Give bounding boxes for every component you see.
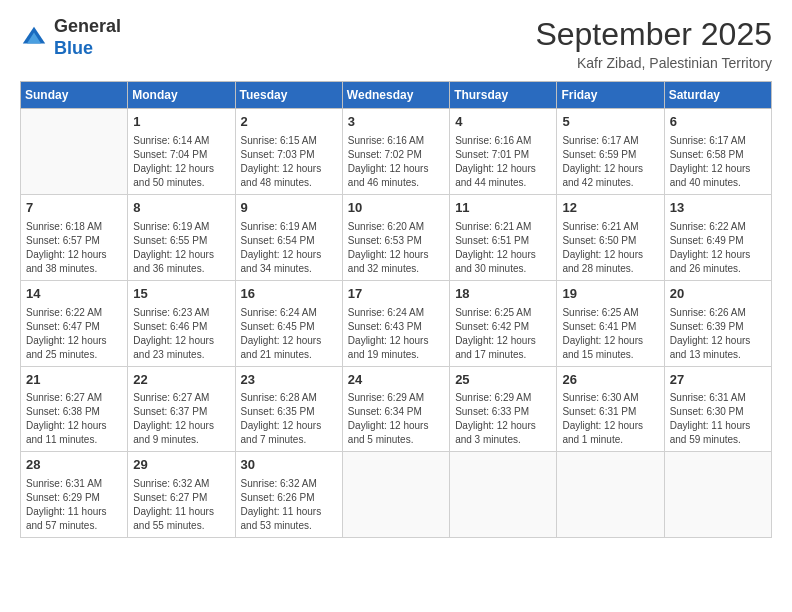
day-number: 18 xyxy=(455,285,551,304)
weekday-tuesday: Tuesday xyxy=(235,82,342,109)
logo-blue: Blue xyxy=(54,38,93,58)
day-cell xyxy=(664,452,771,538)
day-number: 13 xyxy=(670,199,766,218)
day-cell: 20Sunrise: 6:26 AM Sunset: 6:39 PM Dayli… xyxy=(664,280,771,366)
title-area: September 2025 Kafr Zibad, Palestinian T… xyxy=(535,16,772,71)
day-info: Sunrise: 6:16 AM Sunset: 7:01 PM Dayligh… xyxy=(455,134,551,190)
day-number: 25 xyxy=(455,371,551,390)
day-cell: 10Sunrise: 6:20 AM Sunset: 6:53 PM Dayli… xyxy=(342,194,449,280)
day-info: Sunrise: 6:25 AM Sunset: 6:41 PM Dayligh… xyxy=(562,306,658,362)
day-info: Sunrise: 6:19 AM Sunset: 6:55 PM Dayligh… xyxy=(133,220,229,276)
day-number: 16 xyxy=(241,285,337,304)
day-cell: 17Sunrise: 6:24 AM Sunset: 6:43 PM Dayli… xyxy=(342,280,449,366)
day-cell: 21Sunrise: 6:27 AM Sunset: 6:38 PM Dayli… xyxy=(21,366,128,452)
day-number: 4 xyxy=(455,113,551,132)
day-info: Sunrise: 6:28 AM Sunset: 6:35 PM Dayligh… xyxy=(241,391,337,447)
day-cell: 15Sunrise: 6:23 AM Sunset: 6:46 PM Dayli… xyxy=(128,280,235,366)
day-number: 28 xyxy=(26,456,122,475)
day-cell: 22Sunrise: 6:27 AM Sunset: 6:37 PM Dayli… xyxy=(128,366,235,452)
day-number: 12 xyxy=(562,199,658,218)
day-number: 21 xyxy=(26,371,122,390)
day-info: Sunrise: 6:24 AM Sunset: 6:43 PM Dayligh… xyxy=(348,306,444,362)
week-row-4: 21Sunrise: 6:27 AM Sunset: 6:38 PM Dayli… xyxy=(21,366,772,452)
day-cell: 3Sunrise: 6:16 AM Sunset: 7:02 PM Daylig… xyxy=(342,109,449,195)
day-cell: 13Sunrise: 6:22 AM Sunset: 6:49 PM Dayli… xyxy=(664,194,771,280)
day-number: 1 xyxy=(133,113,229,132)
day-number: 14 xyxy=(26,285,122,304)
day-number: 26 xyxy=(562,371,658,390)
day-info: Sunrise: 6:32 AM Sunset: 6:26 PM Dayligh… xyxy=(241,477,337,533)
day-cell: 28Sunrise: 6:31 AM Sunset: 6:29 PM Dayli… xyxy=(21,452,128,538)
day-info: Sunrise: 6:31 AM Sunset: 6:30 PM Dayligh… xyxy=(670,391,766,447)
day-info: Sunrise: 6:24 AM Sunset: 6:45 PM Dayligh… xyxy=(241,306,337,362)
weekday-friday: Friday xyxy=(557,82,664,109)
logo-general: General xyxy=(54,16,121,36)
day-cell: 29Sunrise: 6:32 AM Sunset: 6:27 PM Dayli… xyxy=(128,452,235,538)
day-info: Sunrise: 6:14 AM Sunset: 7:04 PM Dayligh… xyxy=(133,134,229,190)
day-cell: 4Sunrise: 6:16 AM Sunset: 7:01 PM Daylig… xyxy=(450,109,557,195)
day-info: Sunrise: 6:17 AM Sunset: 6:58 PM Dayligh… xyxy=(670,134,766,190)
day-number: 23 xyxy=(241,371,337,390)
weekday-saturday: Saturday xyxy=(664,82,771,109)
day-cell xyxy=(21,109,128,195)
day-cell: 16Sunrise: 6:24 AM Sunset: 6:45 PM Dayli… xyxy=(235,280,342,366)
day-info: Sunrise: 6:22 AM Sunset: 6:47 PM Dayligh… xyxy=(26,306,122,362)
day-info: Sunrise: 6:26 AM Sunset: 6:39 PM Dayligh… xyxy=(670,306,766,362)
day-cell: 9Sunrise: 6:19 AM Sunset: 6:54 PM Daylig… xyxy=(235,194,342,280)
day-info: Sunrise: 6:21 AM Sunset: 6:50 PM Dayligh… xyxy=(562,220,658,276)
day-cell: 5Sunrise: 6:17 AM Sunset: 6:59 PM Daylig… xyxy=(557,109,664,195)
day-info: Sunrise: 6:27 AM Sunset: 6:37 PM Dayligh… xyxy=(133,391,229,447)
day-cell xyxy=(342,452,449,538)
month-title: September 2025 xyxy=(535,16,772,53)
day-number: 7 xyxy=(26,199,122,218)
week-row-5: 28Sunrise: 6:31 AM Sunset: 6:29 PM Dayli… xyxy=(21,452,772,538)
day-cell: 26Sunrise: 6:30 AM Sunset: 6:31 PM Dayli… xyxy=(557,366,664,452)
day-info: Sunrise: 6:15 AM Sunset: 7:03 PM Dayligh… xyxy=(241,134,337,190)
logo-text: General Blue xyxy=(54,16,121,59)
day-cell: 1Sunrise: 6:14 AM Sunset: 7:04 PM Daylig… xyxy=(128,109,235,195)
week-row-1: 1Sunrise: 6:14 AM Sunset: 7:04 PM Daylig… xyxy=(21,109,772,195)
day-cell: 7Sunrise: 6:18 AM Sunset: 6:57 PM Daylig… xyxy=(21,194,128,280)
day-number: 27 xyxy=(670,371,766,390)
day-cell: 2Sunrise: 6:15 AM Sunset: 7:03 PM Daylig… xyxy=(235,109,342,195)
day-cell: 8Sunrise: 6:19 AM Sunset: 6:55 PM Daylig… xyxy=(128,194,235,280)
day-cell: 24Sunrise: 6:29 AM Sunset: 6:34 PM Dayli… xyxy=(342,366,449,452)
calendar: SundayMondayTuesdayWednesdayThursdayFrid… xyxy=(20,81,772,538)
day-cell xyxy=(450,452,557,538)
day-info: Sunrise: 6:25 AM Sunset: 6:42 PM Dayligh… xyxy=(455,306,551,362)
day-number: 30 xyxy=(241,456,337,475)
day-number: 15 xyxy=(133,285,229,304)
day-info: Sunrise: 6:31 AM Sunset: 6:29 PM Dayligh… xyxy=(26,477,122,533)
logo-icon xyxy=(20,24,48,52)
weekday-thursday: Thursday xyxy=(450,82,557,109)
day-info: Sunrise: 6:21 AM Sunset: 6:51 PM Dayligh… xyxy=(455,220,551,276)
day-number: 6 xyxy=(670,113,766,132)
logo: General Blue xyxy=(20,16,121,59)
day-info: Sunrise: 6:23 AM Sunset: 6:46 PM Dayligh… xyxy=(133,306,229,362)
day-info: Sunrise: 6:30 AM Sunset: 6:31 PM Dayligh… xyxy=(562,391,658,447)
day-number: 24 xyxy=(348,371,444,390)
day-cell: 11Sunrise: 6:21 AM Sunset: 6:51 PM Dayli… xyxy=(450,194,557,280)
day-info: Sunrise: 6:29 AM Sunset: 6:34 PM Dayligh… xyxy=(348,391,444,447)
week-row-3: 14Sunrise: 6:22 AM Sunset: 6:47 PM Dayli… xyxy=(21,280,772,366)
day-cell: 30Sunrise: 6:32 AM Sunset: 6:26 PM Dayli… xyxy=(235,452,342,538)
day-info: Sunrise: 6:17 AM Sunset: 6:59 PM Dayligh… xyxy=(562,134,658,190)
location-title: Kafr Zibad, Palestinian Territory xyxy=(535,55,772,71)
day-info: Sunrise: 6:19 AM Sunset: 6:54 PM Dayligh… xyxy=(241,220,337,276)
day-info: Sunrise: 6:20 AM Sunset: 6:53 PM Dayligh… xyxy=(348,220,444,276)
day-number: 8 xyxy=(133,199,229,218)
day-cell: 27Sunrise: 6:31 AM Sunset: 6:30 PM Dayli… xyxy=(664,366,771,452)
day-cell: 6Sunrise: 6:17 AM Sunset: 6:58 PM Daylig… xyxy=(664,109,771,195)
day-number: 5 xyxy=(562,113,658,132)
day-info: Sunrise: 6:27 AM Sunset: 6:38 PM Dayligh… xyxy=(26,391,122,447)
day-info: Sunrise: 6:32 AM Sunset: 6:27 PM Dayligh… xyxy=(133,477,229,533)
header: General Blue September 2025 Kafr Zibad, … xyxy=(20,16,772,71)
day-number: 20 xyxy=(670,285,766,304)
day-number: 10 xyxy=(348,199,444,218)
weekday-wednesday: Wednesday xyxy=(342,82,449,109)
day-number: 2 xyxy=(241,113,337,132)
day-number: 22 xyxy=(133,371,229,390)
weekday-sunday: Sunday xyxy=(21,82,128,109)
day-cell: 18Sunrise: 6:25 AM Sunset: 6:42 PM Dayli… xyxy=(450,280,557,366)
day-number: 3 xyxy=(348,113,444,132)
